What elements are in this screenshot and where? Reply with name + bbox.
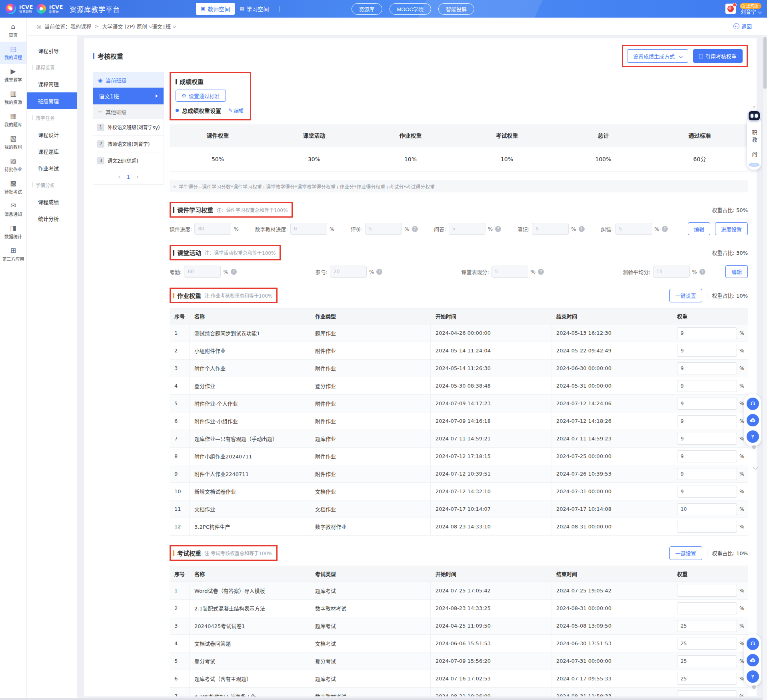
menu-item[interactable]: 课程题库 <box>27 143 77 160</box>
user-menu[interactable]: 刘育宁 <box>741 9 761 14</box>
weight-field-input[interactable] <box>194 223 231 235</box>
app-launcher-icon[interactable] <box>725 4 736 14</box>
menu-item[interactable]: 教学任务 <box>27 109 77 126</box>
download-button[interactable] <box>747 414 759 426</box>
scrollbar-thumb[interactable] <box>763 37 767 89</box>
import-weight-button[interactable]: 引用考核权重 <box>693 49 743 63</box>
help-icon[interactable]: ? <box>412 226 418 232</box>
row-weight-input[interactable] <box>677 327 737 339</box>
help-icon[interactable]: ? <box>579 226 585 232</box>
quick-link-button[interactable]: 资源库 <box>352 3 382 15</box>
help-icon[interactable]: ? <box>495 226 501 232</box>
row-weight-input[interactable] <box>677 486 737 498</box>
menu-item[interactable]: 课程成绩 <box>27 193 77 210</box>
table-row: 1 Word试卷（有答案）导入模板 题库考试 2024-07-25 17:05:… <box>170 582 748 600</box>
row-weight-input[interactable] <box>677 398 737 410</box>
menu-item[interactable]: 课程管理 <box>27 76 77 92</box>
row-weight-input[interactable] <box>677 620 737 632</box>
weight-field-input[interactable] <box>449 223 485 235</box>
support-headset-button[interactable] <box>747 638 759 650</box>
assistant-close-icon[interactable]: ✕ <box>752 105 756 110</box>
set-pass-standard-button[interactable]: ⚙ 设置通过标准 <box>176 90 226 102</box>
row-weight-input[interactable] <box>677 602 737 614</box>
space-tab[interactable]: ▣ 教师空间 <box>196 3 235 15</box>
homework-quick-set-button[interactable]: 一键设置 <box>669 289 702 302</box>
sidebar-item[interactable]: ◨ 数据统计 <box>0 221 26 243</box>
menu-item[interactable]: 班级管理 <box>27 92 77 109</box>
sidebar-item[interactable]: ▧ 我的教材 <box>0 131 26 154</box>
weight-field-input[interactable] <box>615 223 652 235</box>
row-weight-input[interactable] <box>677 521 737 533</box>
breadcrumb-item[interactable]: 我的课程 <box>70 22 91 30</box>
row-weight-input[interactable] <box>677 673 737 685</box>
row-weight-input[interactable] <box>677 362 737 374</box>
help-button[interactable]: ? <box>747 670 759 683</box>
weight-field-input[interactable] <box>491 266 528 278</box>
scrollbar[interactable] <box>762 36 767 700</box>
class-list-item[interactable]: 1 外校语文班级(刘育宁sy) <box>93 119 164 136</box>
help-icon[interactable]: ? <box>662 226 668 232</box>
sidebar-item[interactable]: ⌂ 首页 <box>0 19 26 42</box>
menu-item[interactable]: 课程引导 <box>27 42 77 59</box>
row-weight-input[interactable] <box>677 433 737 445</box>
weight-field-input[interactable] <box>290 223 327 235</box>
close-tools-icon[interactable]: ⊗ <box>751 683 757 690</box>
support-headset-button[interactable] <box>747 398 759 410</box>
menu-item[interactable]: 作业考试 <box>27 160 77 176</box>
row-weight-input[interactable] <box>677 345 737 357</box>
close-tools-icon[interactable]: ⊗ <box>751 443 757 450</box>
current-class-item[interactable]: 语文1班 <box>93 88 164 104</box>
row-weight-input[interactable] <box>677 585 737 597</box>
row-weight-input[interactable] <box>677 655 737 667</box>
exam-quick-set-button[interactable]: 一键设置 <box>669 546 702 560</box>
row-weight-input[interactable] <box>677 638 737 650</box>
help-button[interactable]: ? <box>747 430 759 443</box>
prev-page-button[interactable]: ‹ <box>118 174 120 180</box>
sidebar-item[interactable]: ▨ 待批作业 <box>0 154 26 176</box>
menu-item[interactable]: 课程设计 <box>27 126 77 143</box>
back-link[interactable]: ← 返回 <box>733 22 752 30</box>
help-icon[interactable]: ? <box>699 269 705 275</box>
download-button[interactable] <box>747 654 759 666</box>
assistant-pill[interactable]: 职教一问 <box>747 116 761 170</box>
space-tab[interactable]: ▤ 学习空间 <box>235 3 274 15</box>
sidebar-item[interactable]: ▩ 待批考试 <box>0 176 26 198</box>
progress-settings-button[interactable]: 进度设置 <box>715 222 748 235</box>
table-row: 6 题库考试（含有主观题） 题库考试 2024-07-16 17:02:53 2… <box>170 670 748 688</box>
sidebar-item[interactable]: ▶ 课堂教学 <box>0 64 26 86</box>
total-weight-edit-link[interactable]: ✎ 编辑 <box>228 107 244 114</box>
quick-link-button[interactable]: MOOC学院 <box>389 3 431 15</box>
row-weight-input[interactable] <box>677 415 737 427</box>
next-page-button[interactable]: › <box>136 174 139 180</box>
menu-item[interactable]: 课程设置 <box>27 59 77 76</box>
help-icon[interactable]: ? <box>538 269 544 275</box>
sidebar-item[interactable]: ✉ 消息通知 <box>0 198 26 221</box>
menu-item[interactable]: 学情分析 <box>27 176 77 193</box>
activity-edit-button[interactable]: 编辑 <box>725 265 748 278</box>
weight-field-input[interactable] <box>365 223 402 235</box>
class-list-item[interactable]: 3 语文2班(徐超) <box>93 152 164 169</box>
row-weight-input[interactable] <box>677 690 737 697</box>
help-icon[interactable]: ? <box>231 269 237 275</box>
class-list-item[interactable]: 2 教师语文班(刘育宁) <box>93 136 164 152</box>
menu-item[interactable]: 统计分析 <box>27 210 77 227</box>
sidebar-item[interactable]: ▤ 我的课程 <box>0 42 26 64</box>
weight-field-input[interactable] <box>532 223 569 235</box>
weight-field-input[interactable] <box>184 266 221 278</box>
row-weight-input[interactable] <box>677 380 737 392</box>
sidebar-item[interactable]: ⊞ 第三方应用 <box>0 243 26 266</box>
row-weight-input[interactable] <box>677 503 737 515</box>
help-icon[interactable]: ? <box>376 269 382 275</box>
weight-field-input[interactable] <box>653 266 690 278</box>
set-grade-method-button[interactable]: 设置成绩生成方式 <box>627 49 688 63</box>
row-weight-input[interactable] <box>677 450 737 462</box>
quick-link-button[interactable]: 智能投屏 <box>438 3 474 15</box>
weight-field-input[interactable] <box>330 266 367 278</box>
courseware-edit-button[interactable]: 编辑 <box>688 222 710 235</box>
sidebar-item[interactable]: ▦ 我的题库 <box>0 109 26 131</box>
breadcrumb-item[interactable]: > 大学语文 (2P) 原创 <box>91 22 152 30</box>
current-page[interactable]: 1 <box>127 174 130 180</box>
sidebar-item[interactable]: ▥ 我的资源 <box>0 86 26 109</box>
breadcrumb-item[interactable]: 语文1班 <box>152 22 176 30</box>
row-weight-input[interactable] <box>677 468 737 480</box>
